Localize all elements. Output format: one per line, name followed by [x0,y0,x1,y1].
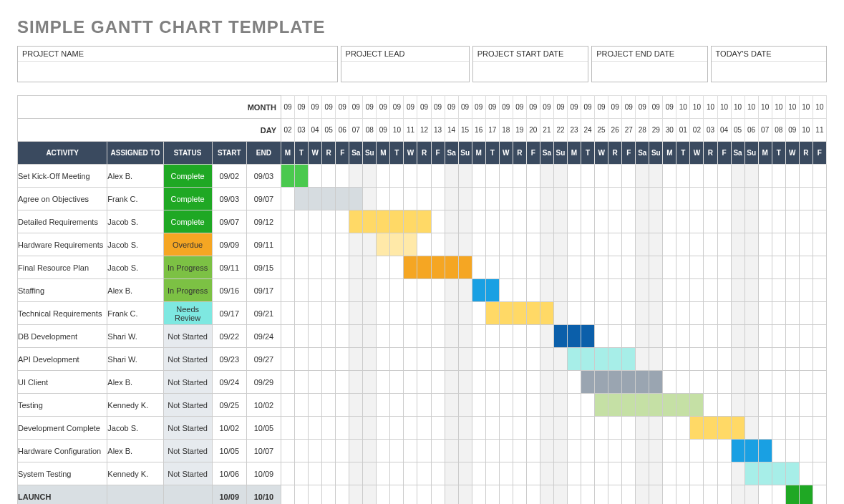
gantt-cell[interactable] [663,417,676,440]
meta-start-date[interactable]: PROJECT START DATE [472,46,588,82]
gantt-cell[interactable] [499,188,513,210]
gantt-cell[interactable] [322,210,336,233]
gantt-cell[interactable] [663,279,676,302]
gantt-cell[interactable] [785,371,799,394]
gantt-cell[interactable] [363,165,377,188]
gantt-cell[interactable] [349,233,363,256]
gantt-cell[interactable] [363,417,377,440]
gantt-cell[interactable] [799,440,813,462]
gantt-cell[interactable] [690,256,704,279]
gantt-cell[interactable] [704,325,717,348]
gantt-cell[interactable] [540,485,553,505]
gantt-cell[interactable] [663,233,676,256]
gantt-cell[interactable] [295,256,309,279]
end-cell[interactable]: 10/10 [246,485,281,505]
gantt-cell[interactable] [595,210,608,233]
gantt-cell[interactable] [663,485,676,505]
gantt-cell[interactable] [513,394,526,417]
gantt-cell[interactable] [772,302,785,325]
gantt-cell[interactable] [404,371,417,394]
assigned-cell[interactable] [107,485,163,505]
gantt-cell[interactable] [458,233,472,256]
gantt-cell[interactable] [581,394,595,417]
gantt-cell[interactable] [363,348,377,371]
gantt-cell[interactable] [336,233,349,256]
gantt-cell[interactable] [785,165,799,188]
gantt-cell[interactable] [636,417,649,440]
assigned-cell[interactable]: Jacob S. [107,256,163,279]
assigned-cell[interactable]: Jacob S. [107,210,163,233]
gantt-cell[interactable] [581,188,595,210]
gantt-cell[interactable] [404,233,417,256]
gantt-cell[interactable] [309,210,322,233]
gantt-cell[interactable] [744,279,758,302]
gantt-cell[interactable] [281,233,295,256]
gantt-cell[interactable] [526,325,540,348]
gantt-cell[interactable] [636,256,649,279]
start-cell[interactable]: 09/03 [212,188,246,210]
gantt-cell[interactable] [472,394,485,417]
gantt-cell[interactable] [485,417,499,440]
gantt-cell[interactable] [526,394,540,417]
gantt-cell[interactable] [595,256,608,279]
end-cell[interactable]: 09/29 [246,371,281,394]
gantt-cell[interactable] [458,210,472,233]
gantt-cell[interactable] [704,440,717,462]
gantt-cell[interactable] [690,325,704,348]
gantt-cell[interactable] [526,485,540,505]
gantt-cell[interactable] [785,210,799,233]
gantt-cell[interactable] [649,256,663,279]
gantt-cell[interactable] [377,440,390,462]
gantt-cell[interactable] [417,348,431,371]
gantt-cell[interactable] [799,256,813,279]
gantt-cell[interactable] [363,325,377,348]
gantt-cell[interactable] [458,279,472,302]
start-cell[interactable]: 09/11 [212,256,246,279]
gantt-cell[interactable] [608,256,622,279]
gantt-cell[interactable] [649,325,663,348]
gantt-cell[interactable] [785,348,799,371]
gantt-cell[interactable] [485,371,499,394]
gantt-cell[interactable] [690,485,704,505]
gantt-cell[interactable] [649,394,663,417]
gantt-cell[interactable] [349,302,363,325]
gantt-cell[interactable] [309,462,322,485]
gantt-cell[interactable] [540,462,553,485]
gantt-cell[interactable] [744,462,758,485]
gantt-cell[interactable] [636,440,649,462]
gantt-cell[interactable] [445,279,458,302]
gantt-cell[interactable] [799,348,813,371]
gantt-cell[interactable] [785,256,799,279]
gantt-cell[interactable] [772,371,785,394]
gantt-cell[interactable] [499,302,513,325]
gantt-cell[interactable] [649,165,663,188]
end-cell[interactable]: 09/07 [246,188,281,210]
start-cell[interactable]: 09/09 [212,233,246,256]
gantt-cell[interactable] [567,210,581,233]
gantt-cell[interactable] [567,325,581,348]
gantt-cell[interactable] [690,233,704,256]
gantt-cell[interactable] [704,233,717,256]
gantt-cell[interactable] [785,188,799,210]
meta-project-lead[interactable]: PROJECT LEAD [341,46,470,82]
gantt-cell[interactable] [377,233,390,256]
gantt-cell[interactable] [649,348,663,371]
gantt-cell[interactable] [458,485,472,505]
gantt-cell[interactable] [758,394,772,417]
gantt-cell[interactable] [567,485,581,505]
start-cell[interactable]: 09/22 [212,325,246,348]
gantt-cell[interactable] [649,485,663,505]
gantt-cell[interactable] [390,485,404,505]
end-cell[interactable]: 09/12 [246,210,281,233]
gantt-cell[interactable] [540,371,553,394]
gantt-cell[interactable] [431,485,445,505]
gantt-cell[interactable] [485,210,499,233]
gantt-cell[interactable] [744,256,758,279]
gantt-cell[interactable] [690,188,704,210]
gantt-cell[interactable] [445,394,458,417]
gantt-cell[interactable] [744,348,758,371]
gantt-cell[interactable] [309,394,322,417]
gantt-cell[interactable] [336,256,349,279]
gantt-cell[interactable] [731,462,744,485]
gantt-cell[interactable] [322,348,336,371]
